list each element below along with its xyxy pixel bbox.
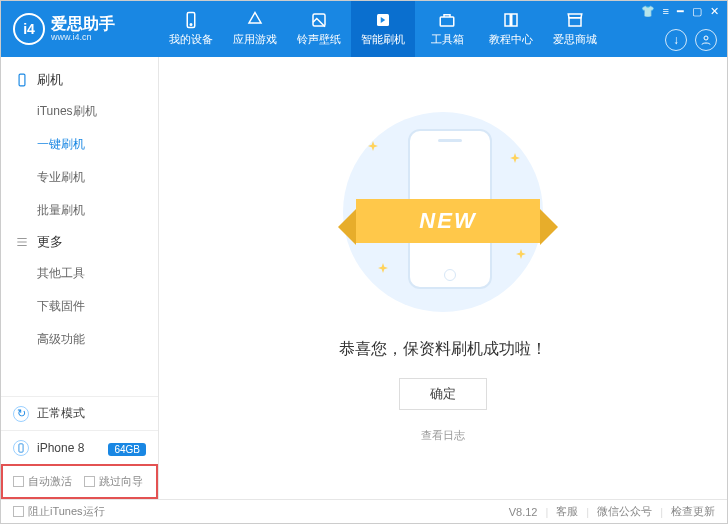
nav-apps[interactable]: 应用游戏 (223, 1, 287, 57)
download-icon[interactable]: ↓ (665, 29, 687, 51)
app-header: i4 爱思助手 www.i4.cn 我的设备 应用游戏 铃声壁纸 智能刷机 工具… (1, 1, 727, 57)
checkbox-icon (13, 506, 24, 517)
update-link[interactable]: 检查更新 (671, 504, 715, 519)
device-badge[interactable]: iPhone 8 64GB (1, 430, 158, 464)
toolbox-icon (438, 11, 456, 29)
bottom-options: 自动激活 跳过向导 (1, 464, 158, 499)
window-controls: 👕 ≡ ━ ▢ ✕ (633, 1, 727, 22)
body: 刷机 iTunes刷机 一键刷机 专业刷机 批量刷机 更多 其他工具 下载固件 … (1, 57, 727, 499)
sparkle-icon (516, 249, 526, 259)
sidebar-group-label: 刷机 (37, 71, 63, 89)
checkbox-icon (13, 476, 24, 487)
book-icon (502, 11, 520, 29)
logo-icon: i4 (13, 13, 45, 45)
svg-rect-4 (440, 17, 454, 26)
header-actions: ↓ (665, 29, 717, 51)
sidebar-item-oneclick-flash[interactable]: 一键刷机 (1, 128, 158, 161)
nav-label: 爱思商城 (553, 32, 597, 47)
more-icon (15, 235, 29, 249)
sidebar-group-label: 更多 (37, 233, 63, 251)
nav-tutorials[interactable]: 教程中心 (479, 1, 543, 57)
sparkle-icon (378, 263, 388, 273)
skin-icon[interactable]: 👕 (641, 5, 655, 18)
apps-icon (246, 11, 264, 29)
device-icon (13, 440, 29, 456)
svg-rect-6 (19, 74, 25, 86)
svg-point-1 (190, 24, 192, 26)
device-capacity: 64GB (108, 443, 146, 456)
top-nav: 我的设备 应用游戏 铃声壁纸 智能刷机 工具箱 教程中心 爱思商城 (159, 1, 607, 57)
checkbox-label: 跳过向导 (99, 474, 143, 489)
nav-label: 工具箱 (431, 32, 464, 47)
menu-icon[interactable]: ≡ (663, 5, 669, 18)
block-itunes-checkbox[interactable]: 阻止iTunes运行 (13, 504, 105, 519)
minimize-icon[interactable]: ━ (677, 5, 684, 18)
nav-my-device[interactable]: 我的设备 (159, 1, 223, 57)
refresh-icon: ↻ (13, 406, 29, 422)
sidebar-item-advanced[interactable]: 高级功能 (1, 323, 158, 356)
auto-activate-checkbox[interactable]: 自动激活 (13, 474, 72, 489)
main-content: NEW 恭喜您，保资料刷机成功啦！ 确定 查看日志 (159, 57, 727, 499)
flash-icon (374, 11, 392, 29)
wechat-link[interactable]: 微信公众号 (597, 504, 652, 519)
skip-wizard-checkbox[interactable]: 跳过向导 (84, 474, 143, 489)
wallpaper-icon (310, 11, 328, 29)
sparkle-icon (510, 153, 520, 163)
app-url: www.i4.cn (51, 32, 115, 43)
mode-label: 正常模式 (37, 405, 85, 422)
device-name: iPhone 8 (37, 441, 84, 455)
nav-toolbox[interactable]: 工具箱 (415, 1, 479, 57)
close-icon[interactable]: ✕ (710, 5, 719, 18)
sidebar-group-more[interactable]: 更多 (1, 227, 158, 257)
sidebar-group-flash[interactable]: 刷机 (1, 65, 158, 95)
app-logo: i4 爱思助手 www.i4.cn (1, 13, 159, 45)
sidebar-item-other-tools[interactable]: 其他工具 (1, 257, 158, 290)
ok-button[interactable]: 确定 (399, 378, 487, 410)
nav-flash[interactable]: 智能刷机 (351, 1, 415, 57)
device-icon (182, 11, 200, 29)
status-bar: 阻止iTunes运行 V8.12 | 客服 | 微信公众号 | 检查更新 (1, 499, 727, 523)
nav-ringtones[interactable]: 铃声壁纸 (287, 1, 351, 57)
view-log-link[interactable]: 查看日志 (421, 428, 465, 443)
sparkle-icon (368, 141, 378, 151)
nav-label: 铃声壁纸 (297, 32, 341, 47)
success-message: 恭喜您，保资料刷机成功啦！ (339, 339, 547, 360)
nav-label: 应用游戏 (233, 32, 277, 47)
nav-label: 我的设备 (169, 32, 213, 47)
svg-rect-7 (19, 443, 23, 451)
sidebar: 刷机 iTunes刷机 一键刷机 专业刷机 批量刷机 更多 其他工具 下载固件 … (1, 57, 159, 499)
user-icon[interactable] (695, 29, 717, 51)
new-ribbon: NEW (356, 199, 540, 243)
checkbox-label: 阻止iTunes运行 (28, 504, 105, 519)
nav-label: 智能刷机 (361, 32, 405, 47)
store-icon (566, 11, 584, 29)
nav-label: 教程中心 (489, 32, 533, 47)
sidebar-item-pro-flash[interactable]: 专业刷机 (1, 161, 158, 194)
sidebar-item-itunes-flash[interactable]: iTunes刷机 (1, 95, 158, 128)
checkbox-label: 自动激活 (28, 474, 72, 489)
success-illustration: NEW (338, 107, 548, 317)
sidebar-item-batch-flash[interactable]: 批量刷机 (1, 194, 158, 227)
checkbox-icon (84, 476, 95, 487)
svg-point-5 (704, 36, 708, 40)
mode-badge[interactable]: ↻ 正常模式 (1, 396, 158, 430)
maximize-icon[interactable]: ▢ (692, 5, 702, 18)
support-link[interactable]: 客服 (556, 504, 578, 519)
nav-store[interactable]: 爱思商城 (543, 1, 607, 57)
version-label: V8.12 (509, 506, 538, 518)
phone-icon (15, 73, 29, 87)
sidebar-item-download-firmware[interactable]: 下载固件 (1, 290, 158, 323)
app-name: 爱思助手 (51, 16, 115, 32)
